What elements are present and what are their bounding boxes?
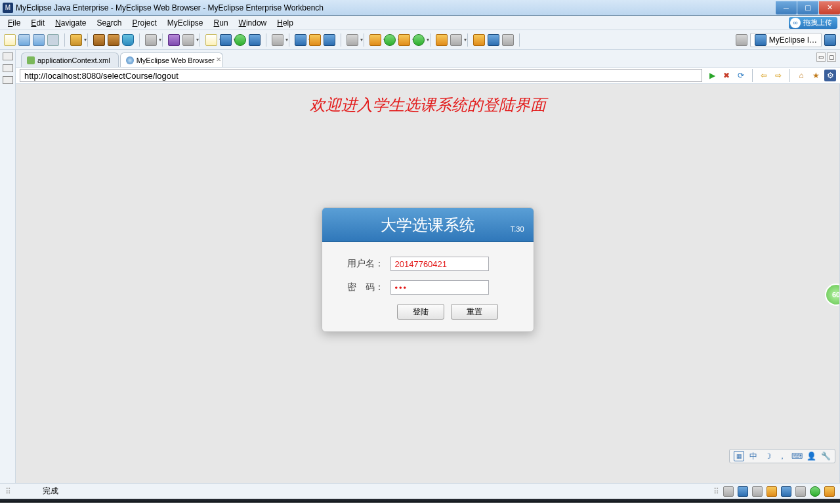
title-bar: M MyEclipse Java Enterprise - MyEclipse … [0,0,840,16]
status-text: 完成 [43,486,58,497]
status-icon6[interactable] [795,486,806,497]
menu-project[interactable]: Project [127,17,161,29]
status-icon2[interactable] [738,486,748,497]
ime-moon-icon[interactable]: ☽ [763,451,773,461]
menu-search[interactable]: Search [91,17,127,29]
ime-settings-icon[interactable]: 🔧 [820,451,831,461]
fav-icon[interactable] [473,34,485,46]
rail-restore-icon[interactable] [3,52,13,60]
username-input[interactable] [390,257,489,271]
tool5-icon[interactable] [309,34,321,46]
welcome-heading: 欢迎进入学生选课系统的登陆界面 [16,94,839,116]
menu-window[interactable]: Window [234,17,272,29]
menu-bar: File Edit Navigate Search Project MyEcli… [0,16,840,30]
go-icon[interactable]: ▶ [706,70,718,81]
forward-icon[interactable]: ⇨ [772,70,784,81]
stop-icon[interactable]: ✖ [721,70,732,81]
database-icon[interactable] [122,34,134,46]
status-icon1[interactable] [723,486,734,497]
password-input[interactable] [390,280,489,295]
box1-icon[interactable] [93,34,105,46]
status-icon4[interactable] [766,486,777,497]
menu-navigate[interactable]: Navigate [50,17,91,29]
print-icon[interactable] [47,34,59,46]
leaf-icon [27,56,35,64]
reset-button[interactable]: 重置 [451,304,498,320]
cloud-icon: ∞ [790,18,801,28]
login-panel-version: T.30 [511,212,524,246]
find-icon[interactable] [488,34,499,46]
editor-tabstrip: applicationContext.xml MyEclipse Web Bro… [16,50,840,67]
left-trim [0,50,16,483]
task-icon[interactable] [436,34,448,46]
password-label: 密 码： [335,282,390,293]
rail-view1-icon[interactable] [3,64,13,72]
side-badge[interactable]: 60 [825,284,840,306]
run-icon[interactable] [384,34,396,46]
window-maximize-button[interactable]: ▢ [797,1,818,14]
taskbar [0,499,840,503]
ime-logo-icon[interactable]: ▦ [734,451,744,461]
url-input[interactable] [20,69,702,82]
tab-application-context[interactable]: applicationContext.xml [21,52,119,67]
back-icon[interactable]: ⇦ [758,70,770,81]
ime-toolbar[interactable]: ▦ 中 ☽ ， ⌨ 👤 🔧 [729,449,835,463]
tab-web-browser[interactable]: MyEclipse Web Browser ✕ [120,52,223,67]
bookmarks-icon[interactable]: ★ [810,70,822,81]
home-icon[interactable]: ⌂ [795,70,807,81]
browser-page: 欢迎进入学生选课系统的登陆界面 大学选课系统 T.30 用户名： 密 码： [16,84,840,483]
uml-icon[interactable] [168,34,180,46]
package-icon[interactable] [70,34,82,46]
status-icon7[interactable] [810,486,820,497]
ext-tools-icon[interactable] [398,34,410,46]
open-perspective-icon[interactable] [736,34,747,46]
tab-close-icon[interactable]: ✕ [216,56,221,63]
new-icon[interactable] [4,34,16,46]
globe-icon[interactable] [249,34,261,46]
status-icon3[interactable] [752,486,763,497]
menu-file[interactable]: File [3,17,26,29]
save-all-icon[interactable] [33,34,45,46]
status-handle2-icon: ⠿ [713,487,719,496]
username-label: 用户名： [335,258,390,270]
camera-icon[interactable] [346,34,358,46]
editor-maximize-icon[interactable]: ▢ [827,52,836,62]
hibernate-icon[interactable] [205,34,217,46]
menu-edit[interactable]: Edit [26,17,50,29]
coverage-icon[interactable] [413,34,425,46]
task2-icon[interactable] [450,34,462,46]
editor-minimize-icon[interactable]: ▭ [816,52,826,62]
refresh-icon[interactable]: ⟳ [735,70,747,81]
tool6-icon[interactable] [324,34,335,46]
ime-zhong-icon[interactable]: 中 [748,451,759,461]
window-minimize-button[interactable]: ─ [776,1,797,14]
menu-help[interactable]: Help [272,17,299,29]
status-handle-icon: ⠿ [5,487,11,496]
tool-gray-icon[interactable] [145,34,157,46]
toggle-icon[interactable] [502,34,514,46]
tool-icon[interactable]: ⚙ [824,70,836,81]
menu-myeclipse[interactable]: MyEclipse [162,17,209,29]
box2-icon[interactable] [108,34,119,46]
run-server-icon[interactable] [234,34,246,46]
save-icon[interactable] [18,34,30,46]
status-icon8[interactable] [824,486,835,497]
tool4-icon[interactable] [295,34,306,46]
status-bar: ⠿ 完成 ⠿ [0,483,840,499]
menu-run[interactable]: Run [209,17,234,29]
window-title: MyEclipse Java Enterprise - MyEclipse We… [16,3,324,12]
spring-icon[interactable] [220,34,232,46]
ime-keyboard-icon[interactable]: ⌨ [791,451,802,461]
perspective-button[interactable]: MyEclipse I… [750,33,822,47]
window-close-button[interactable]: ✕ [819,1,840,14]
perspective-menu-icon[interactable] [824,34,836,46]
tool-gray2-icon[interactable] [182,34,194,46]
ime-user-icon[interactable]: 👤 [806,451,816,461]
ime-comma-icon[interactable]: ， [777,451,788,461]
rail-view2-icon[interactable] [3,76,13,84]
debug-icon[interactable] [369,34,381,46]
login-button[interactable]: 登陆 [397,304,444,320]
tool3-icon[interactable] [272,34,284,46]
status-icon5[interactable] [781,486,791,497]
cloud-upload-button[interactable]: ∞ 拖拽上传 [789,17,837,29]
